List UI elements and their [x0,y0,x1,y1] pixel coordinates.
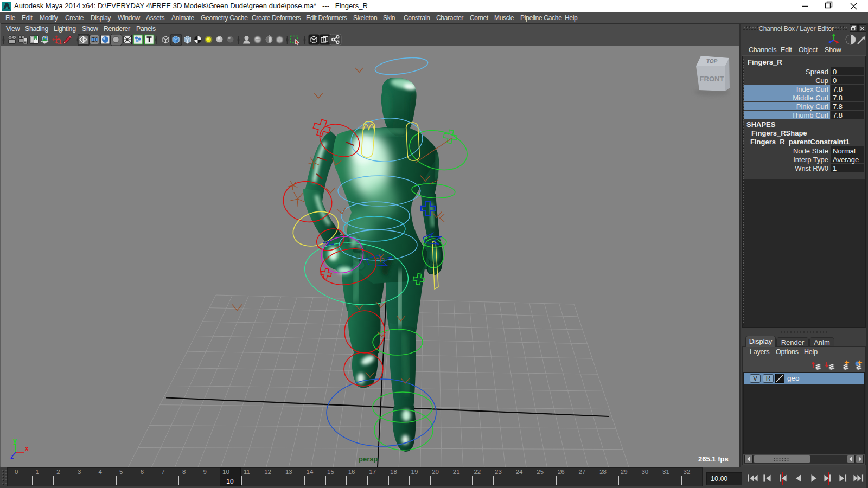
svg-text:TOP: TOP [706,58,718,64]
svg-text:x: x [25,445,29,452]
svg-text:z: z [10,453,14,460]
svg-text:FRONT: FRONT [700,75,724,83]
svg-text:persp: persp [359,455,378,463]
svg-text:y: y [13,437,17,445]
svg-text:265.1 fps: 265.1 fps [698,455,729,463]
